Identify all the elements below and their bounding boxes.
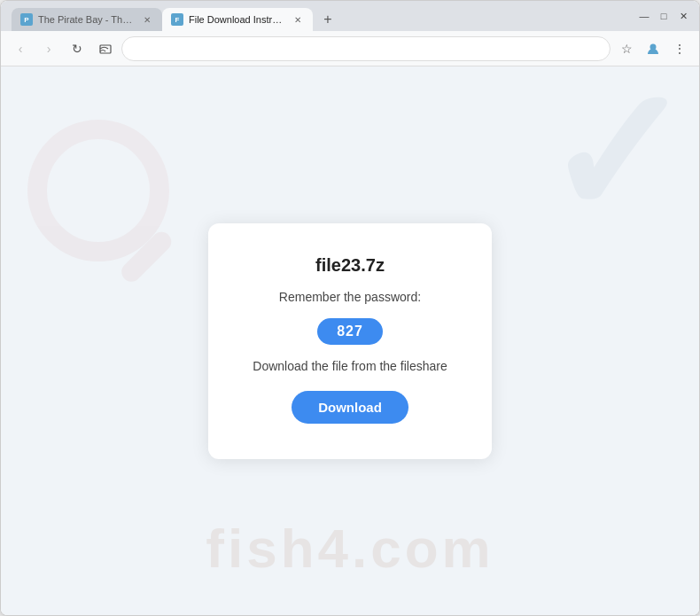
remember-password-label: Remember the password: [279,290,421,304]
browser-window: P The Pirate Bay - The galaxy's m... ✕ F… [0,0,700,616]
file-name: file23.7z [315,255,385,276]
new-tab-button[interactable]: + [316,8,339,31]
download-instruction: Download the file from the fileshare [253,359,447,373]
minimize-button[interactable]: — [635,7,653,25]
back-button[interactable]: ‹ [8,36,33,61]
tabs-area: P The Pirate Bay - The galaxy's m... ✕ F… [12,1,628,31]
tab2-label: File Download Instructions for ... [189,14,286,25]
title-bar: P The Pirate Bay - The galaxy's m... ✕ F… [1,1,699,31]
download-card: file23.7z Remember the password: 827 Dow… [208,223,491,459]
profile-button[interactable] [641,36,665,61]
tab2-close-button[interactable]: ✕ [292,13,304,26]
tab-file-download[interactable]: F File Download Instructions for ... ✕ [162,8,313,31]
title-bar-controls: — □ ✕ [635,7,692,25]
toolbar: ‹ › ↻ ☆ ⋮ [1,31,699,66]
tab1-close-button[interactable]: ✕ [141,13,153,26]
password-badge: 827 [317,318,383,345]
cast-button[interactable] [93,36,118,61]
svg-rect-0 [100,45,111,53]
reload-button[interactable]: ↻ [65,36,89,61]
toolbar-right: ☆ ⋮ [614,36,692,61]
tab-pirate-bay[interactable]: P The Pirate Bay - The galaxy's m... ✕ [12,8,162,31]
text-watermark: fish4.com [1,517,699,580]
bookmark-button[interactable]: ☆ [614,36,639,61]
arrow-watermark: ✓ [541,66,673,244]
magnifying-glass-watermark [19,120,196,297]
forward-button[interactable]: › [36,36,61,61]
download-button[interactable]: Download [292,391,408,424]
tab1-label: The Pirate Bay - The galaxy's m... [38,14,136,25]
tab1-favicon: P [20,13,33,26]
close-button[interactable]: ✕ [674,7,692,25]
page-content: ✓ fish4.com file23.7z Remember the passw… [1,66,699,615]
maximize-button[interactable]: □ [655,7,673,25]
address-bar[interactable] [121,36,611,61]
tab2-favicon: F [171,13,183,26]
menu-button[interactable]: ⋮ [667,36,692,61]
